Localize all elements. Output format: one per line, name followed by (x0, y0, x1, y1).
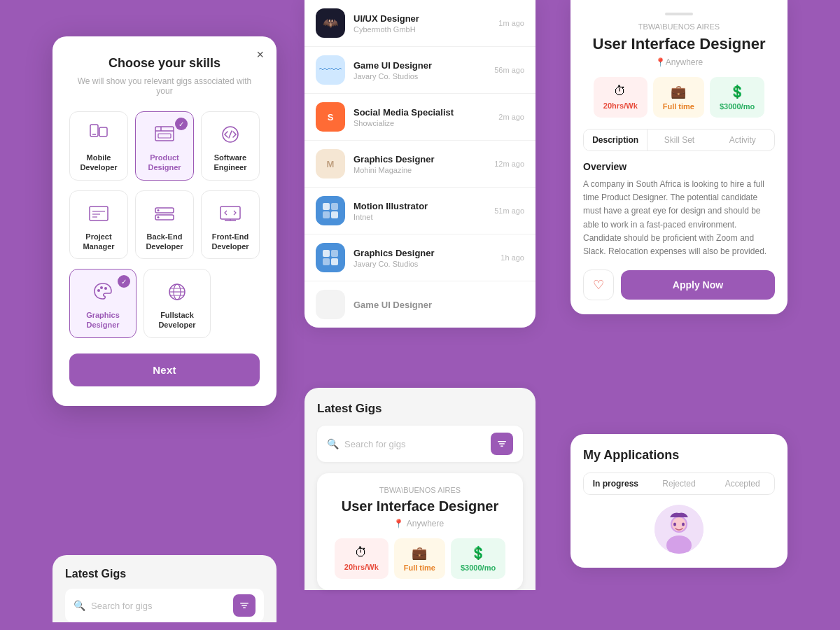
search-bar-left[interactable]: 🔍 Search for gigs (65, 589, 264, 622)
clock-icon: ⏱ (355, 545, 368, 560)
fullstack-developer-icon (164, 279, 190, 304)
modal-close-button[interactable]: × (256, 48, 264, 62)
tag-salary: 💲 $3000/mo (451, 538, 505, 579)
skills-grid-row3: ✓ GraphicsDesigner (69, 269, 260, 338)
search-input-center[interactable]: Search for gigs (344, 439, 491, 449)
job-time: 2m ago (498, 113, 524, 121)
skill-check-graphics: ✓ (118, 275, 130, 288)
svg-line-8 (229, 131, 232, 138)
tab-activity[interactable]: Activity (711, 130, 774, 150)
skill-label-graphics: GraphicsDesigner (86, 310, 120, 330)
job-card-title: User Interface Designer (328, 498, 512, 514)
svg-point-20 (97, 289, 100, 292)
apply-now-button[interactable]: Apply Now (621, 270, 775, 300)
skill-check-product: ✓ (175, 118, 188, 130)
job-time: 1h ago (500, 253, 524, 262)
svg-rect-36 (498, 441, 506, 442)
detail-actions: ♡ Apply Now (583, 270, 775, 300)
svg-rect-46 (241, 605, 247, 606)
job-info: Social Media Specialist Showcialize (354, 107, 498, 127)
wishlist-button[interactable]: ♡ (583, 270, 614, 300)
drag-handle (665, 13, 693, 15)
detail-tags: ⏱ 20hrs/Wk 💼 Full time 💲 $3000/mo (583, 77, 775, 118)
job-info: Graphics Designer Javary Co. Studios (354, 248, 500, 268)
svg-rect-37 (499, 443, 505, 444)
job-title: Game UI Designer (354, 300, 524, 310)
svg-rect-32 (323, 250, 330, 257)
company-logo-javary: 〰〰 (316, 55, 345, 85)
filter-button-left[interactable] (233, 594, 255, 617)
skill-card-backend[interactable]: Back-EndDeveloper (135, 190, 194, 260)
svg-rect-30 (323, 211, 330, 218)
latest-gigs-left: Latest Gigs 🔍 Search for gigs (52, 555, 276, 622)
job-title: Game UI Designer (354, 60, 494, 71)
skill-label-project: ProjectManager (83, 232, 114, 252)
job-title: UI/UX Designer (354, 13, 498, 24)
skill-card-software[interactable]: SoftwareEngineer (201, 111, 260, 181)
company-logo-showcialize: S (316, 102, 345, 132)
location-pin-icon-detail: 📍 (655, 57, 666, 67)
svg-rect-31 (331, 211, 338, 218)
job-company: Cybermoth GmbH (354, 25, 498, 34)
job-title: Social Media Specialist (354, 107, 498, 118)
skill-card-frontend[interactable]: Front-EndDeveloper (201, 190, 260, 260)
skill-label-product: ProductDesigner (148, 153, 181, 173)
search-input-left[interactable]: Search for gigs (91, 601, 233, 611)
project-manager-icon (86, 201, 111, 226)
job-card-company: TBWA\BUENOS AIRES (328, 486, 512, 494)
skill-label-backend: Back-EndDeveloper (146, 232, 183, 252)
briefcase-icon: 💼 (412, 545, 427, 561)
job-list-item[interactable]: Game UI Designer (304, 281, 536, 328)
detail-tag-type: 💼 Full time (653, 77, 704, 118)
location-pin-icon: 📍 (393, 519, 404, 528)
job-company: Intnet (354, 213, 494, 221)
detail-company: TBWA\BUENOS AIRES (583, 22, 775, 31)
job-title: Motion Illustrator (354, 201, 494, 211)
detail-overview-text: A company in South Africa is looking to … (583, 178, 775, 258)
applications-tabs: In progress Rejected Accepted (583, 472, 775, 495)
next-button[interactable]: Next (69, 354, 260, 386)
job-info: Graphics Designer Mohini Magazine (354, 154, 494, 174)
svg-rect-17 (220, 206, 240, 219)
job-list-item[interactable]: S Social Media Specialist Showcialize 2m… (304, 94, 536, 141)
skill-card-mobile[interactable]: MobileDeveloper (69, 111, 128, 181)
software-engineer-icon (218, 122, 243, 147)
job-list-item[interactable]: Motion Illustrator Intnet 51m ago (304, 188, 536, 234)
job-list-item[interactable]: 🦇 UI/UX Designer Cybermoth GmbH 1m ago (304, 0, 536, 47)
skills-grid-row1: MobileDeveloper ✓ ProductDesigner (69, 111, 260, 181)
job-time: 1m ago (498, 19, 524, 27)
job-list-item[interactable]: Graphics Designer Javary Co. Studios 1h … (304, 234, 536, 281)
job-title: Graphics Designer (354, 248, 500, 258)
tab-skillset[interactable]: Skill Set (648, 130, 710, 150)
skill-card-project[interactable]: ProjectManager (69, 190, 128, 260)
tab-rejected[interactable]: Rejected (648, 473, 711, 494)
my-applications-title: My Applications (583, 448, 775, 463)
skill-label-fullstack: FullstackDeveloper (158, 310, 195, 330)
job-card-center[interactable]: TBWA\BUENOS AIRES User Interface Designe… (317, 473, 523, 590)
svg-rect-29 (331, 203, 338, 210)
filter-button-center[interactable] (491, 433, 513, 455)
job-time: 56m ago (494, 66, 524, 74)
tab-in-progress[interactable]: In progress (584, 473, 648, 494)
skills-grid-row2: ProjectManager Back-EndDeveloper (69, 190, 260, 260)
skill-card-graphics[interactable]: ✓ GraphicsDesigner (69, 269, 136, 338)
svg-point-15 (158, 209, 160, 211)
skill-card-fullstack[interactable]: FullstackDeveloper (144, 269, 211, 338)
skills-modal: × Choose your skills We will show you re… (52, 36, 276, 406)
search-icon-left: 🔍 (74, 600, 85, 611)
job-list-item[interactable]: 〰〰 Game UI Designer Javary Co. Studios 5… (304, 47, 536, 94)
my-applications-panel: My Applications In progress Rejected Acc… (570, 434, 788, 568)
money-icon-detail: 💲 (729, 84, 745, 99)
svg-rect-28 (323, 203, 330, 210)
detail-tag-hours-text: 20hrs/Wk (603, 102, 638, 110)
skill-card-product[interactable]: ✓ ProductDesigner (135, 111, 194, 181)
tab-description[interactable]: Description (584, 130, 648, 150)
job-list-item[interactable]: M Graphics Designer Mohini Magazine 12m … (304, 141, 536, 188)
job-card-tags: ⏱ 20hrs/Wk 💼 Full time 💲 $3000/mo (328, 538, 512, 579)
svg-rect-6 (158, 134, 171, 138)
job-info: Game UI Designer (354, 300, 524, 310)
tab-accepted[interactable]: Accepted (710, 473, 774, 494)
search-bar-center[interactable]: 🔍 Search for gigs (317, 426, 523, 462)
clock-icon-detail: ⏱ (614, 84, 626, 99)
svg-point-22 (104, 287, 107, 290)
